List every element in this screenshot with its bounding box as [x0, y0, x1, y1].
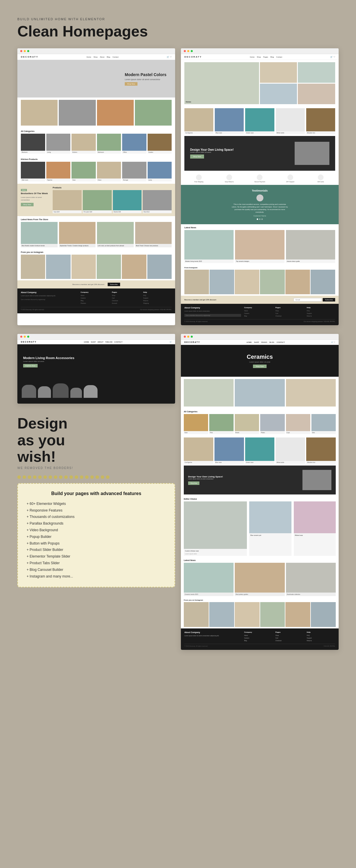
- design-section: Design as you wish! WE REMOVED THE BORDE…: [18, 409, 175, 593]
- list-item[interactable]: Cat figurine: [184, 437, 213, 464]
- vase-icon: [196, 175, 202, 180]
- list-item[interactable]: Blue vase: [215, 108, 244, 134]
- list-item[interactable]: [71, 255, 96, 279]
- list-item[interactable]: [210, 270, 234, 294]
- list-item[interactable]: September Trends: Creative design produc…: [59, 222, 96, 247]
- list-item[interactable]: Vase $24: [53, 190, 82, 213]
- list-item[interactable]: Cat figurine: [184, 108, 213, 134]
- fourth-nav[interactable]: DECORATY HOME SHOP PAGES BLOG CONTACT 🛒 …: [181, 340, 338, 345]
- newsletter-input[interactable]: [294, 298, 322, 302]
- list-item[interactable]: Figurine: [46, 162, 70, 181]
- list-item[interactable]: Kitchen: [184, 62, 259, 104]
- list-item[interactable]: [147, 255, 172, 279]
- list-item[interactable]: [286, 270, 310, 294]
- list-item[interactable]: [46, 255, 70, 279]
- bestsellers-right: Products Vase $24 Pot plant $18 Marbl: [53, 187, 172, 213]
- design-subtitle: WE REMOVED THE BORDERS!: [18, 466, 175, 470]
- list-item: + Thousands of customizations: [27, 514, 166, 520]
- dark-banner-image: [302, 470, 331, 490]
- testimonials-section: Testimonials This is the most excellent …: [181, 185, 338, 224]
- list-item[interactable]: [209, 602, 234, 627]
- dot-green: [27, 336, 29, 338]
- left-screenshot: DECORATY Home Shop About Blog Contact 🛒 …: [18, 48, 175, 325]
- list-item[interactable]: Ceramic trends 2023: [184, 563, 234, 596]
- list-item[interactable]: Green vase: [245, 108, 274, 134]
- list-item[interactable]: Let's visit, our best products from abro…: [97, 222, 134, 247]
- list-item[interactable]: Custom chinese vase Lorem ipsum dolor: [184, 501, 247, 556]
- bestsellers-btn[interactable]: Shop Now: [21, 203, 34, 206]
- list-item[interactable]: Bowls: [235, 414, 259, 434]
- list-item[interactable]: White bottle: [275, 437, 305, 464]
- left-site-nav[interactable]: DECORATY Home Shop About Blog Contact 🛒 …: [18, 54, 175, 60]
- ceramics-button[interactable]: Shop Now: [253, 365, 267, 368]
- promo-button[interactable]: Shop Now: [190, 155, 204, 159]
- list-item[interactable]: [260, 602, 285, 627]
- list-item[interactable]: Bathroom: [97, 134, 121, 153]
- list-item[interactable]: Green vase: [245, 437, 275, 464]
- list-item[interactable]: Wooden box: [306, 437, 336, 464]
- ceramics-hero: Ceramics Lorem ipsum dolor sit amet Shop…: [181, 345, 338, 377]
- list-item[interactable]: Living: [46, 134, 70, 153]
- list-item[interactable]: [260, 84, 297, 104]
- list-item[interactable]: Handmade collection: [286, 563, 336, 596]
- list-item[interactable]: Best Nordic modern furniture trends: [21, 222, 58, 247]
- right-site-nav[interactable]: DECORATY Home Shop Pages Blog Contact 🛒 …: [181, 54, 338, 60]
- icons-row: Free Shipping Easy Returns Secure Paymen…: [181, 172, 338, 185]
- list-item[interactable]: Best pottery guides: [235, 563, 285, 596]
- list-item[interactable]: Kitchen: [71, 134, 96, 153]
- newsletter-submit[interactable]: Subscribe: [323, 298, 335, 302]
- promo-image: [295, 142, 329, 165]
- list-item[interactable]: [235, 270, 259, 294]
- list-item[interactable]: Storage: [122, 162, 146, 181]
- list-item[interactable]: Blue ceramic pot: [249, 501, 291, 556]
- third-screenshot: DECORATY HOME SHOP ABOUT TABLOID CONTACT…: [18, 334, 175, 404]
- hero-button[interactable]: Shop Now: [125, 82, 138, 86]
- list-item[interactable]: Wooden box: [306, 108, 335, 134]
- list-item[interactable]: [260, 270, 285, 294]
- list-item[interactable]: [97, 255, 121, 279]
- list-item[interactable]: White bottle: [276, 108, 305, 134]
- list-item[interactable]: Plates: [260, 414, 285, 434]
- list-item[interactable]: Sets: [312, 414, 336, 434]
- list-item[interactable]: Bedroom: [21, 134, 45, 153]
- list-item[interactable]: [260, 62, 297, 83]
- third-nav[interactable]: DECORATY HOME SHOP ABOUT TABLOID CONTACT…: [18, 340, 175, 344]
- list-item[interactable]: [184, 270, 209, 294]
- footer-email[interactable]: [184, 314, 241, 317]
- list-item[interactable]: Bowl $12: [143, 190, 172, 213]
- category-banner: Kitchen: [181, 60, 338, 106]
- newsletter-button[interactable]: Subscribe: [108, 283, 120, 286]
- list-item: + Video Background: [27, 527, 166, 533]
- list-item[interactable]: [122, 255, 146, 279]
- list-item[interactable]: Marble $36: [113, 190, 142, 213]
- cs-news-title: Latest News: [184, 559, 336, 561]
- list-item[interactable]: Cups: [286, 414, 310, 434]
- list-item[interactable]: [184, 602, 209, 627]
- dark-banner-btn[interactable]: Shop Now: [188, 482, 200, 485]
- list-item[interactable]: Autumn decor guide: [286, 230, 335, 263]
- list-item[interactable]: Wall clock: [21, 162, 45, 181]
- list-item[interactable]: Vase: [71, 162, 96, 181]
- list-item[interactable]: [21, 255, 45, 279]
- list-item[interactable]: Pot plant $18: [83, 190, 112, 213]
- list-item[interactable]: Office: [122, 134, 146, 153]
- list-item[interactable]: [286, 602, 310, 627]
- list-item[interactable]: Pots: [209, 414, 234, 434]
- list-item[interactable]: Top ceramic designs: [235, 230, 284, 263]
- list-item[interactable]: [298, 84, 335, 104]
- list-item[interactable]: [311, 602, 336, 627]
- categories-section: All Categories Bedroom Living Kitchen: [18, 128, 175, 156]
- list-item[interactable]: Book Trend: Choose new products: [135, 222, 172, 247]
- list-item[interactable]: Glass: [97, 162, 121, 181]
- list-item[interactable]: [235, 602, 260, 627]
- list-item[interactable]: Ribbed vase: [294, 501, 336, 556]
- pot-4: [70, 388, 82, 398]
- third-hero-btn[interactable]: Explore Now: [23, 364, 38, 368]
- list-item[interactable]: Modern living trends 2023: [184, 230, 234, 263]
- list-item[interactable]: Blue vase: [214, 437, 244, 464]
- list-item[interactable]: [310, 270, 335, 294]
- list-item[interactable]: [298, 62, 335, 83]
- list-item[interactable]: Garden: [148, 134, 172, 153]
- list-item[interactable]: Vase: [184, 414, 208, 434]
- list-item[interactable]: Lamp: [148, 162, 172, 181]
